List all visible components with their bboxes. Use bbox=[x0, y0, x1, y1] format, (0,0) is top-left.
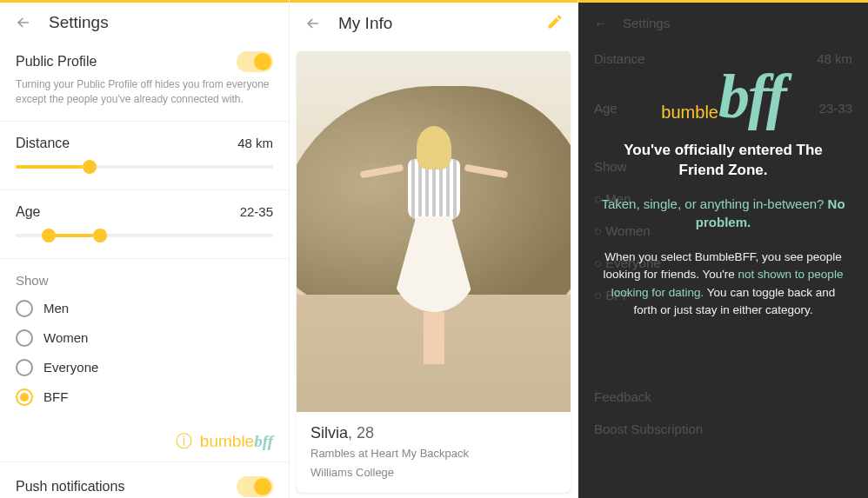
profile-name-age: Silvia, 28 bbox=[310, 424, 557, 442]
profile-school: Williams College bbox=[310, 465, 557, 481]
push-toggle[interactable] bbox=[237, 476, 273, 497]
radio-icon bbox=[16, 359, 33, 376]
divider bbox=[0, 121, 289, 122]
radio-label: Everyone bbox=[43, 360, 98, 375]
radio-icon bbox=[16, 300, 33, 317]
radio-icon bbox=[16, 388, 33, 406]
radio-label: BFF bbox=[43, 389, 68, 404]
public-profile-toggle[interactable] bbox=[237, 51, 273, 72]
my-info-pane: My Info Silvia, 28 Rambles at Heart My B… bbox=[290, 0, 578, 498]
bff-modal: bumblebff You've officially entered The … bbox=[578, 3, 868, 319]
modal-heading: You've officially entered The Friend Zon… bbox=[599, 140, 847, 182]
modal-body: When you select BumbleBFF, you see peopl… bbox=[599, 249, 847, 319]
profile-tagline: Rambles at Heart My Backpack bbox=[310, 446, 557, 461]
back-icon[interactable] bbox=[14, 13, 33, 32]
bumble-bff-logo: ⓘ bumblebff bbox=[0, 427, 289, 456]
show-title: Show bbox=[16, 273, 273, 288]
modal-subheading: Taken, single, or anything in-between? N… bbox=[599, 195, 847, 231]
page-title: Settings bbox=[49, 13, 109, 32]
myinfo-header: My Info bbox=[290, 3, 578, 44]
distance-value: 48 km bbox=[237, 136, 273, 150]
public-profile-desc: Turning your Public Profile off hides yo… bbox=[16, 77, 273, 107]
bff-overlay-pane: ←Settings Distance48 km Age23-33 Show ○ … bbox=[578, 0, 868, 498]
radio-label: Men bbox=[43, 301, 69, 315]
age-slider[interactable] bbox=[16, 234, 273, 237]
help-icon[interactable]: ⓘ bbox=[176, 432, 192, 450]
age-label: Age bbox=[16, 204, 40, 220]
profile-photo bbox=[297, 51, 571, 416]
age-thumb-low[interactable] bbox=[42, 229, 56, 242]
profile-info: Silvia, 28 Rambles at Heart My Backpack … bbox=[297, 412, 571, 493]
age-section: Age 22-35 bbox=[0, 196, 289, 253]
push-label: Push notifications bbox=[16, 479, 124, 495]
show-option-men[interactable]: Men bbox=[16, 300, 273, 317]
radio-label: Women bbox=[43, 330, 88, 345]
divider bbox=[0, 258, 289, 259]
distance-label: Distance bbox=[16, 136, 70, 151]
age-thumb-high[interactable] bbox=[93, 229, 107, 242]
bumble-bff-logo: bumblebff bbox=[599, 72, 847, 123]
show-option-women[interactable]: Women bbox=[16, 329, 273, 347]
push-section: Push notifications bbox=[0, 468, 289, 498]
show-section: Show MenWomenEveryoneBFF bbox=[0, 264, 289, 427]
radio-icon bbox=[16, 329, 33, 347]
settings-header: Settings bbox=[0, 3, 289, 43]
page-title: My Info bbox=[338, 14, 392, 33]
back-icon[interactable] bbox=[304, 14, 323, 33]
divider bbox=[0, 189, 289, 190]
profile-card[interactable]: Silvia, 28 Rambles at Heart My Backpack … bbox=[297, 51, 571, 493]
show-option-everyone[interactable]: Everyone bbox=[16, 359, 273, 376]
public-profile-section: Public Profile Turning your Public Profi… bbox=[0, 43, 289, 116]
distance-slider[interactable] bbox=[16, 165, 273, 169]
edit-icon[interactable] bbox=[546, 13, 564, 34]
distance-thumb[interactable] bbox=[83, 160, 97, 174]
distance-section: Distance 48 km bbox=[0, 127, 289, 184]
show-option-bff[interactable]: BFF bbox=[16, 388, 273, 406]
settings-pane: Settings Public Profile Turning your Pub… bbox=[0, 0, 290, 498]
divider bbox=[0, 461, 289, 462]
age-value: 22-35 bbox=[240, 204, 273, 219]
public-profile-label: Public Profile bbox=[16, 54, 97, 70]
